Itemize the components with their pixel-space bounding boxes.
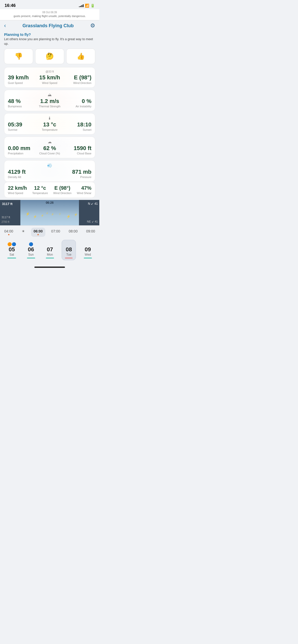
reaction-buttons: 👎 🤔 👍 [4, 49, 95, 64]
day-item-sat[interactable]: 🟠🔵 05 Sat [4, 240, 19, 260]
day-name-sun: Sun [27, 253, 35, 256]
pressure-label: Pressure [50, 175, 91, 179]
time-slot-0400[interactable]: 04:00 [2, 228, 16, 237]
back-button[interactable]: ‹ [4, 22, 6, 29]
cloud-card: ☁ 0.00 mm Precipitation 62 % Cloud Cover… [4, 137, 95, 158]
wind-direction-label: Wind Direction [64, 81, 91, 84]
time-slot-0900[interactable]: 09:00 [84, 228, 98, 237]
day-name-mon: Mon [46, 253, 54, 256]
day-item-wed[interactable]: 09 Wed [81, 240, 95, 260]
thermal-icon: ⛰ [8, 93, 91, 97]
cloud-cover-label: Cloud Cover (%) [36, 152, 63, 155]
time-slot-0700[interactable]: 07:00 [49, 228, 63, 237]
bumpiness-label: Bumpiness [8, 105, 36, 108]
header-title: Grasslands Flying Club [22, 23, 74, 28]
temperature-value: 13 °c [36, 122, 63, 128]
svg-text:⚡: ⚡ [74, 213, 78, 216]
day-item-mon[interactable]: 07 Mon [43, 240, 57, 260]
gust-speed-label: Gust Speed [8, 81, 36, 84]
planning-title: Planning to fly? [4, 33, 95, 37]
cloud-base-value: 1590 ft [64, 145, 91, 151]
day-number-tue: 08 [65, 247, 73, 252]
status-icons: 📶 🔋 [79, 4, 95, 8]
day-bar-mon [46, 258, 54, 258]
day-bar-wed [84, 258, 92, 258]
ws-shear-label: Wind Shear [77, 192, 91, 195]
warning-text: gusts present, making flight unsafe, pot… [4, 14, 95, 18]
svg-text:⚡: ⚡ [33, 215, 37, 218]
ws-wind-speed-value: 22 km/h [8, 185, 27, 191]
thumbs-up-button[interactable]: 👍 [66, 49, 95, 64]
sunset-value: 18:10 [64, 122, 91, 128]
day-emoji-tue [65, 242, 73, 246]
wind-shear-card: 22 km/h Wind Speed 12 °c Temperature E (… [4, 182, 95, 198]
wind-speed-value: 15 km/h [36, 75, 63, 81]
thumbs-down-button[interactable]: 👎 [4, 49, 33, 64]
settings-button[interactable]: ⚙ [90, 22, 95, 29]
sunrise-value: 05:39 [8, 122, 36, 128]
wind-direction-value: E (98°) [64, 75, 91, 81]
ws-direction-label: Wind Direction [53, 192, 72, 195]
app-header: ‹ Grasslands Flying Club ⚙ [0, 20, 99, 31]
precipitation-value: 0.00 mm [8, 145, 36, 151]
day-bar-sun [27, 258, 35, 258]
status-time: 16:46 [5, 3, 16, 8]
day-item-tue[interactable]: 08 Tue [62, 240, 76, 260]
ws-temperature-label: Temperature [32, 192, 48, 195]
thinking-button[interactable]: 🤔 [35, 49, 64, 64]
warning-timestamp: 08 Oct 06:39 [4, 11, 95, 14]
day-number-wed: 09 [84, 247, 92, 252]
weather-cards: @33 ft 39 km/h Gust Speed 15 km/h Wind S… [0, 67, 99, 182]
time-slot-0800[interactable]: 08:00 [66, 228, 80, 237]
time-dot-4 [90, 234, 91, 235]
ws-direction-value: E (98°) [53, 185, 72, 191]
svg-text:⚡: ⚡ [66, 214, 71, 219]
sun-card: 🌡 05:39 Sunrise 13 °c Temperature 18:10 … [4, 113, 95, 135]
day-emoji-wed [84, 242, 92, 246]
wind-altitude-label: @33 ft [8, 70, 91, 73]
home-bar [34, 267, 65, 268]
svg-text:⚡: ⚡ [59, 213, 61, 215]
day-number-mon: 07 [46, 247, 54, 252]
precipitation-label: Precipitation [8, 152, 36, 155]
time-slot-0600[interactable]: 06:00 [31, 228, 45, 237]
density-alt-label: Density Alt [8, 175, 50, 179]
timeline-chart: 06:26 ⚡ ⚡ ⚡ ⚡ ⚡ ⚡ ⚡ ⚡ [20, 200, 79, 225]
cloud-cover-value: 62 % [36, 145, 63, 151]
cloud-icon: ☁ [8, 139, 91, 144]
battery-icon: 🔋 [90, 4, 95, 8]
day-emoji-mon [46, 242, 54, 246]
timeline-right-label2: NE ↙ 41 [87, 220, 98, 223]
wind-card: @33 ft 39 km/h Gust Speed 15 km/h Wind S… [4, 67, 95, 87]
density-card: 💨 4129 ft Density Alt 871 mb Pressure [4, 160, 95, 182]
day-emoji-sun: 🔵 [27, 242, 35, 246]
day-bar-sat [7, 258, 16, 258]
day-emoji-sat: 🟠🔵 [7, 242, 16, 246]
day-scroll: 🟠🔵 05 Sat 🔵 06 Sun 07 Mon 08 Tue 09 Wed [0, 238, 99, 262]
time-scroll: 04:00 ☀ 06:00 07:00 08:00 09:00 [0, 225, 99, 238]
pressure-value: 871 mb [50, 169, 91, 175]
day-name-wed: Wed [84, 253, 92, 256]
day-item-sun[interactable]: 🔵 06 Sun [24, 240, 38, 260]
svg-text:⚡: ⚡ [46, 212, 48, 214]
svg-text:⚡: ⚡ [25, 212, 30, 216]
time-slot-sun[interactable]: ☀ [19, 228, 28, 237]
planning-section: Planning to fly? Let others know you are… [0, 31, 99, 46]
svg-text:⚡: ⚡ [51, 213, 54, 216]
time-dot-1 [37, 234, 39, 235]
gust-speed-value: 39 km/h [8, 75, 36, 81]
timeline-right-label: N ↙ 41 [88, 202, 98, 206]
day-name-tue: Tue [65, 253, 73, 256]
time-dot-3 [73, 234, 74, 235]
timeline-alt-left: 3117 ft [2, 202, 12, 206]
day-number-sun: 06 [27, 247, 35, 252]
status-bar: 16:46 📶 🔋 [0, 0, 99, 9]
time-dot-2 [55, 234, 56, 235]
wifi-icon: 📶 [85, 4, 89, 8]
ws-temperature-value: 12 °c [32, 185, 48, 191]
timeline-section[interactable]: 3117 ft 06:26 ⚡ ⚡ ⚡ ⚡ ⚡ ⚡ ⚡ ⚡ 3117 ft 27… [0, 200, 99, 225]
ws-shear-value: 47% [77, 185, 91, 191]
bumpiness-value: 48 % [8, 98, 36, 104]
sunset-label: Sunset [64, 128, 91, 131]
day-name-sat: Sat [7, 253, 16, 256]
